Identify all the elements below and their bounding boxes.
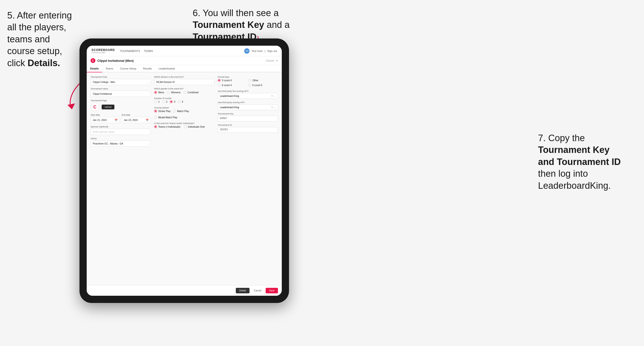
sponsor-input[interactable]: Enter sponsor name <box>90 129 151 135</box>
individuals-option[interactable]: Individuals Only <box>184 125 205 128</box>
clear-icon-2[interactable]: ✕ ⌄ <box>271 106 276 108</box>
round3-radio[interactable] <box>170 100 173 103</box>
calendar-icon: 📅 <box>115 119 118 121</box>
right-column: Format type 5 count 4 Other <box>218 76 278 149</box>
gender-group: Which gender is the event for? Mens Wome… <box>154 88 214 95</box>
third-party-1-input[interactable]: Leaderboard King ✕ ⌄ <box>218 93 278 99</box>
tournament-id-label: Tournament ID <box>218 124 278 126</box>
tab-details[interactable]: Details <box>87 65 102 72</box>
venue-input[interactable]: Peachtree GC - Atlanta - GA ⌄ <box>90 140 151 147</box>
gender-combined[interactable]: Combined <box>184 91 199 94</box>
division-chevron-icon: ⌄ <box>210 81 212 83</box>
format-6count4[interactable]: 6 count 4 <box>218 84 247 87</box>
gender-label: Which gender is the event for? <box>154 88 214 90</box>
annotation-right: 7. Copy the Tournament Key and Tournamen… <box>538 132 639 192</box>
division-input[interactable]: NCAA Division III ⌄ <box>154 79 214 85</box>
nav-teams[interactable]: TEAMS <box>144 49 153 52</box>
tab-leaderboards[interactable]: Leaderboards <box>155 65 178 72</box>
scoring-medal[interactable]: Medal Match Play <box>154 116 177 119</box>
tournament-name-input[interactable]: Clippd Invitational <box>90 91 151 97</box>
tab-teams[interactable]: Teams <box>102 65 116 72</box>
end-date-label: End date <box>122 114 151 116</box>
nav-right: TU Test User | Sign out <box>244 48 277 54</box>
round1-radio[interactable] <box>154 100 157 103</box>
third-party-2-input[interactable]: Leaderboard King ✕ ⌄ <box>218 104 278 110</box>
sponsor-group: Sponsor (optional) Enter sponsor name <box>90 126 151 135</box>
venue-label: Venue <box>90 137 151 140</box>
chevron-down-icon: ⌄ <box>147 81 148 83</box>
format-other-radio[interactable] <box>248 79 251 82</box>
content-grid: Tournament Host Clippd College - Men ⌄ T… <box>90 76 278 149</box>
cancel-button[interactable]: Cancel <box>252 288 264 293</box>
format-other[interactable]: Other <box>248 79 278 82</box>
sign-out-link[interactable]: Sign out <box>267 49 277 52</box>
medal-radio[interactable] <box>154 116 157 119</box>
gender-mens[interactable]: Mens <box>154 91 164 94</box>
tournament-id-value: 302051 <box>218 127 278 133</box>
format6c4-radio[interactable] <box>218 84 220 87</box>
tab-results[interactable]: Results <box>140 65 155 72</box>
end-date-input[interactable]: Jan 23, 2024 📅 <box>122 117 151 123</box>
format-5count4[interactable]: 5 count 4 <box>218 79 247 82</box>
third-party-1-group: Use third-party live scoring API? Leader… <box>218 90 278 99</box>
upload-button[interactable]: Upload <box>102 105 114 109</box>
individuals-radio[interactable] <box>184 125 187 128</box>
svg-marker-0 <box>68 103 75 109</box>
tab-course-setup[interactable]: Course Setup <box>116 65 140 72</box>
tournament-name-label: Tournament name <box>90 88 151 90</box>
rounds-label: Number of rounds <box>154 97 214 100</box>
teams-radio-group: Teams (+Individuals) Individuals Only <box>154 125 214 129</box>
tournament-logo-icon: C <box>90 58 95 63</box>
rounds-radio-group: 1 2 3 4 <box>154 100 214 104</box>
scoring-stroke[interactable]: Stroke Play <box>154 110 170 113</box>
tablet-screen: SCOREBOARD Powered by clippd TOURNAMENTS… <box>87 46 282 296</box>
round4-radio[interactable] <box>178 100 181 103</box>
end-date-group: End date Jan 23, 2024 📅 <box>122 114 151 123</box>
left-column: Tournament Host Clippd College - Men ⌄ T… <box>90 76 151 149</box>
scoring-match[interactable]: Match Play <box>173 110 189 113</box>
format-6count5[interactable]: 6 count 5 <box>248 84 278 87</box>
rounds-group: Number of rounds 1 2 <box>154 97 214 104</box>
stroke-radio[interactable] <box>154 110 157 113</box>
round-2[interactable]: 2 <box>162 100 168 103</box>
combined-radio[interactable] <box>184 91 186 94</box>
tournament-key-label: Tournament Key <box>218 113 278 115</box>
save-button[interactable]: Save <box>266 288 278 293</box>
womens-radio[interactable] <box>167 91 170 94</box>
start-date-label: Start date <box>90 114 120 116</box>
round-3[interactable]: 3 <box>170 100 175 103</box>
gender-radio-group: Mens Womens Combined <box>154 91 214 95</box>
teams-option[interactable]: Teams (+Individuals) <box>154 125 180 128</box>
tablet: SCOREBOARD Powered by clippd TOURNAMENTS… <box>80 38 289 303</box>
brand-name: SCOREBOARD <box>92 48 115 52</box>
nav-links: TOURNAMENTS TEAMS <box>120 49 244 52</box>
round2-radio[interactable] <box>162 100 165 103</box>
third-party-2-label: Use third-party scoring API? <box>218 101 278 104</box>
nav-separator: | <box>265 49 266 52</box>
start-date-group: Start date Jan 21, 2024 📅 <box>90 114 120 123</box>
scoring-label: Scoring system <box>154 107 214 109</box>
teams-radio[interactable] <box>154 125 157 128</box>
footer-bar: Delete Cancel Save <box>87 285 282 296</box>
tournament-host-label: Tournament Host <box>90 76 151 78</box>
logo-upload-area: C Upload <box>90 103 151 111</box>
mens-radio[interactable] <box>154 91 157 94</box>
cancel-header-button[interactable]: Cancel ✕ <box>265 59 278 62</box>
round-1[interactable]: 1 <box>154 100 160 103</box>
round-4[interactable]: 4 <box>178 100 183 103</box>
brand-sub: Powered by clippd <box>92 52 115 53</box>
tournament-id-group: Tournament ID 302051 <box>218 124 278 133</box>
start-date-input[interactable]: Jan 21, 2024 📅 <box>90 117 120 123</box>
tournament-host-input[interactable]: Clippd College - Men ⌄ <box>90 79 151 85</box>
match-radio[interactable] <box>173 110 176 113</box>
brand: SCOREBOARD Powered by clippd <box>92 48 115 53</box>
format6c5-radio[interactable] <box>248 84 251 87</box>
tournament-key-value: b4fbb7 <box>218 116 278 121</box>
delete-button[interactable]: Delete <box>236 288 250 293</box>
gender-womens[interactable]: Womens <box>167 91 180 94</box>
nav-tournaments[interactable]: TOURNAMENTS <box>120 49 140 52</box>
clear-icon-1[interactable]: ✕ ⌄ <box>271 95 276 97</box>
division-group: Which division is the event for? NCAA Di… <box>154 76 214 85</box>
format5c4-radio[interactable] <box>218 79 220 82</box>
date-row: Start date Jan 21, 2024 📅 End date Jan 2… <box>90 114 151 123</box>
